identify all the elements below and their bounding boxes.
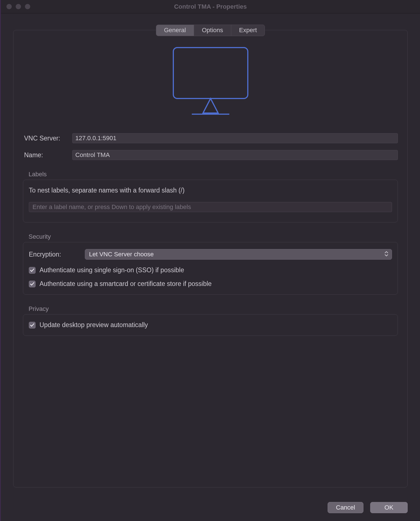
labels-group-title: Labels — [29, 171, 398, 178]
window-title: Control TMA - Properties — [1, 3, 420, 10]
check-icon — [30, 268, 34, 273]
name-label: Name: — [23, 151, 72, 159]
encryption-row: Encryption: Let VNC Server choose — [29, 249, 392, 260]
sso-row: Authenticate using single sign-on (SSO) … — [29, 266, 392, 274]
preview-checkbox[interactable] — [29, 322, 36, 328]
name-row: Name: — [23, 150, 398, 160]
sso-label: Authenticate using single sign-on (SSO) … — [39, 266, 184, 274]
labels-hint: To nest labels, separate names with a fo… — [29, 187, 392, 194]
security-group-title: Security — [29, 233, 398, 240]
tabbar: General Options Expert — [156, 25, 265, 36]
tab-general[interactable]: General — [156, 25, 194, 36]
check-icon — [30, 323, 34, 327]
monitor-icon — [173, 47, 248, 118]
footer: Cancel OK — [1, 495, 420, 521]
updown-icon — [384, 250, 388, 258]
smartcard-checkbox[interactable] — [29, 281, 36, 287]
smartcard-row: Authenticate using a smartcard or certif… — [29, 280, 392, 288]
vnc-server-row: VNC Server: — [23, 133, 398, 143]
encryption-label: Encryption: — [29, 251, 85, 258]
close-window-button[interactable] — [6, 4, 12, 9]
ok-button[interactable]: OK — [370, 502, 408, 513]
content-area: General Options Expert VNC Server: Name: — [1, 13, 420, 495]
cancel-button[interactable]: Cancel — [328, 502, 363, 513]
check-icon — [30, 282, 34, 286]
tab-options[interactable]: Options — [194, 25, 231, 36]
preview-row: Update desktop preview automatically — [29, 321, 392, 329]
name-input[interactable] — [72, 150, 398, 160]
window-controls — [1, 4, 30, 9]
general-panel: VNC Server: Name: Labels To nest labels,… — [13, 30, 408, 487]
encryption-select[interactable]: Let VNC Server choose — [85, 249, 392, 260]
zoom-window-button[interactable] — [25, 4, 30, 9]
preview-label: Update desktop preview automatically — [39, 321, 148, 329]
sso-checkbox[interactable] — [29, 267, 36, 274]
privacy-group-title: Privacy — [29, 305, 398, 313]
security-group: Encryption: Let VNC Server choose — [23, 242, 398, 295]
encryption-value: Let VNC Server choose — [89, 251, 154, 258]
minimize-window-button[interactable] — [16, 4, 21, 9]
smartcard-label: Authenticate using a smartcard or certif… — [39, 280, 212, 288]
privacy-group: Update desktop preview automatically — [23, 314, 398, 336]
labels-input[interactable] — [29, 202, 392, 212]
tab-expert[interactable]: Expert — [231, 25, 265, 36]
titlebar: Control TMA - Properties — [1, 0, 420, 13]
labels-group: To nest labels, separate names with a fo… — [23, 180, 398, 222]
vnc-server-label: VNC Server: — [23, 135, 72, 142]
vnc-server-input[interactable] — [72, 133, 398, 143]
properties-window: Control TMA - Properties General Options… — [0, 0, 420, 521]
svg-rect-0 — [173, 48, 248, 98]
